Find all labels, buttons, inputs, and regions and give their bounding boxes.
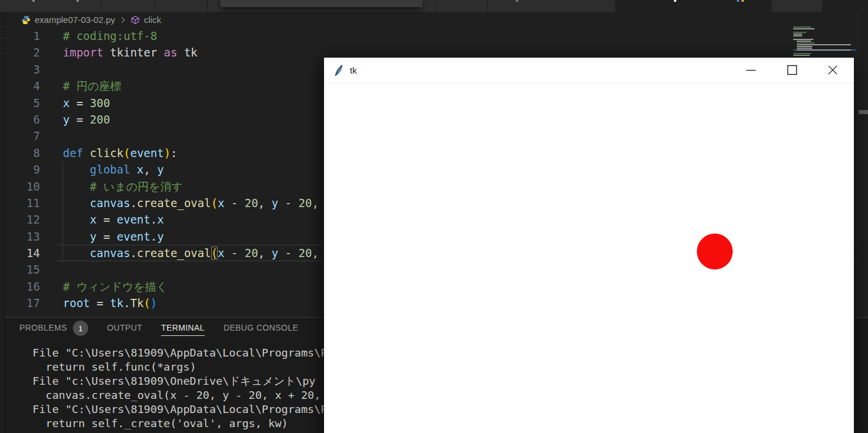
tab-separator: [207, 0, 208, 12]
line-number: 3: [5, 61, 40, 78]
tab-label-remnant: [674, 0, 676, 2]
code-text: x = 300: [40, 95, 110, 111]
breadcrumb-symbol[interactable]: click: [144, 15, 161, 25]
python-icon: [21, 15, 31, 25]
tab-separator: [822, 0, 823, 12]
line-number: 10: [5, 178, 40, 195]
tab-separator: [435, 0, 436, 12]
minimap[interactable]: [793, 26, 856, 58]
line-number: 6: [5, 111, 40, 128]
code-text: canvas.create_oval(x - 20, y - 20,: [40, 245, 325, 261]
problems-count-badge: 1: [73, 321, 88, 336]
line-number: 17: [5, 295, 40, 311]
active-tab-fragment[interactable]: [615, 0, 772, 12]
maximize-icon[interactable]: [786, 64, 798, 76]
code-text: [40, 61, 63, 78]
tab-label-remnant: [516, 0, 518, 2]
panel-tab-problems[interactable]: PROBLEMS1: [19, 323, 88, 336]
line-number: 8: [5, 145, 40, 161]
overview-ruler-border: [857, 12, 858, 317]
tab-label-remnant: [32, 0, 35, 2]
line-number: 15: [5, 261, 40, 278]
chevron-right-icon: [119, 16, 126, 24]
line-number: 7: [5, 128, 40, 144]
line-number: 9: [5, 161, 40, 178]
line-number: 12: [5, 211, 40, 228]
tab-fragment[interactable]: [822, 0, 868, 12]
sidebar-edge: [0, 12, 5, 433]
panel-tab-terminal[interactable]: TERMINAL: [161, 323, 205, 336]
scrollbar-thumb[interactable]: [859, 110, 868, 114]
code-text: y = 200: [40, 111, 110, 128]
line-number: 11: [5, 195, 40, 211]
red-oval: [697, 234, 733, 269]
line-number: 2: [5, 44, 40, 61]
tk-window-title: tk: [350, 65, 357, 75]
vscode-window: example07-03-02.py click 1# coding:utf-8…: [0, 0, 868, 433]
line-number: 5: [5, 95, 40, 111]
tab-label-remnant: [737, 0, 739, 2]
tk-canvas[interactable]: [324, 84, 854, 433]
tab-separator: [154, 0, 155, 12]
code-text: # 円の座標: [40, 78, 121, 94]
breadcrumb: example07-03-02.py click: [5, 12, 868, 28]
line-number: 14: [5, 245, 40, 261]
line-number: 4: [5, 78, 40, 94]
tk-window: tk: [324, 58, 854, 433]
symbol-method-icon: [131, 15, 140, 25]
code-text: x = event.x: [40, 211, 164, 228]
panel-tab-debug-console[interactable]: DEBUG CONSOLE: [223, 323, 298, 336]
feather-icon: [334, 64, 344, 77]
code-line[interactable]: 1# coding:utf-8: [5, 28, 857, 44]
code-text: global x, y: [40, 161, 164, 178]
panel-tab-label: TERMINAL: [161, 323, 205, 336]
panel-tab-label: DEBUG CONSOLE: [223, 323, 298, 336]
tab-separator: [101, 0, 102, 12]
tab-separator: [487, 0, 488, 12]
close-icon[interactable]: [827, 64, 839, 76]
code-text: # ウィンドウを描く: [40, 278, 168, 295]
panel-tab-label: PROBLEMS: [19, 323, 67, 336]
code-text: canvas.create_oval(x - 20, y - 20,: [40, 195, 325, 211]
code-text: import tkinter as tk: [40, 44, 198, 61]
overlapping-window-fragment: [221, 0, 422, 7]
line-number: 1: [5, 28, 40, 44]
code-text: def click(event):: [40, 145, 178, 161]
code-text: root = tk.Tk(): [40, 295, 157, 311]
line-number: 13: [5, 228, 40, 245]
editor-tab-bar[interactable]: [0, 0, 868, 12]
tab-label-remnant: [742, 0, 744, 2]
line-number: 16: [5, 278, 40, 295]
code-text: [40, 128, 63, 144]
code-text: y = event.y: [40, 228, 164, 245]
panel-tab-label: OUTPUT: [107, 323, 142, 336]
tab-label-remnant: [76, 0, 79, 2]
code-text: # いまの円を消す: [40, 178, 183, 195]
breadcrumb-file[interactable]: example07-03-02.py: [35, 15, 115, 25]
panel-tab-output[interactable]: OUTPUT: [107, 323, 142, 336]
panel-tabs: PROBLEMS1OUTPUTTERMINALDEBUG CONSOLE: [19, 323, 298, 336]
code-text: [40, 261, 63, 278]
code-text: # coding:utf-8: [40, 28, 157, 44]
minimize-icon[interactable]: [745, 64, 757, 76]
tk-titlebar[interactable]: tk: [324, 58, 854, 84]
